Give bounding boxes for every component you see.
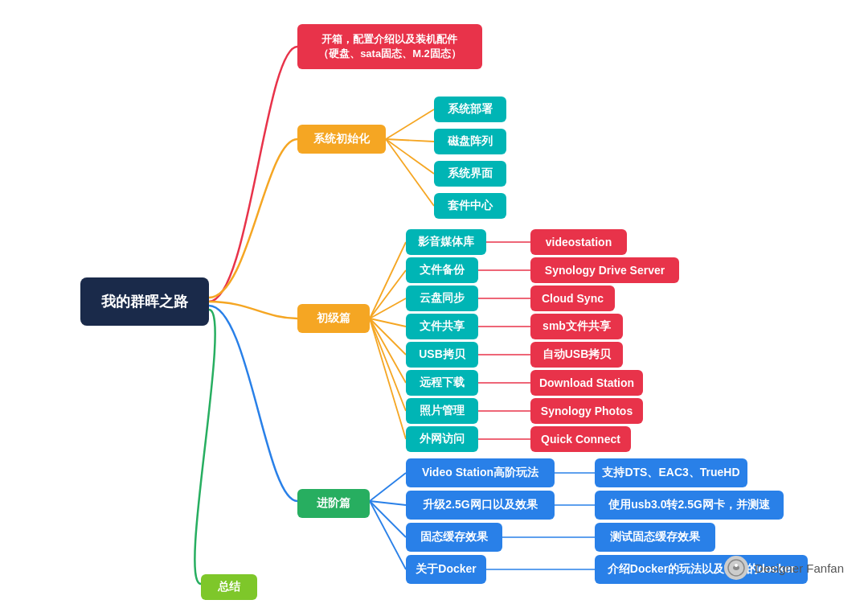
videostation-node: videostation <box>530 229 627 255</box>
synology-drive-node: Synology Drive Server <box>530 257 679 283</box>
net-upgrade-node: 升级2.5G网口以及效果 <box>406 491 555 520</box>
summary-node: 总结 <box>201 574 257 600</box>
disk-array-node: 磁盘阵列 <box>434 129 506 154</box>
svg-line-4 <box>370 242 406 318</box>
svg-point-29 <box>735 564 738 567</box>
svg-line-8 <box>370 318 406 355</box>
sys-init-node: 系统初始化 <box>297 125 386 154</box>
svg-line-6 <box>370 298 406 318</box>
svg-line-0 <box>386 109 434 139</box>
sys-ui-node: 系统界面 <box>434 161 506 187</box>
diagram-container: 我的群晖之路 开箱，配置介绍以及装机配件（硬盘、sata固态、M.2固态） 系统… <box>0 0 868 604</box>
media-lib-node: 影音媒体库 <box>406 229 486 255</box>
root-node: 我的群晖之路 <box>80 277 209 326</box>
firmware-cache-node: 固态缓存效果 <box>406 523 502 552</box>
advanced-node: 进阶篇 <box>297 489 370 518</box>
photo-mgr-node: 照片管理 <box>406 398 478 424</box>
svg-line-21 <box>370 501 406 505</box>
sys-deploy-node: 系统部署 <box>434 97 506 122</box>
smb-share-node: smb文件共享 <box>530 314 623 339</box>
watermark: Designer Fanfan <box>724 556 844 580</box>
download-station-node: Download Station <box>530 370 643 396</box>
svg-line-9 <box>370 318 406 383</box>
svg-line-5 <box>370 270 406 318</box>
svg-line-3 <box>386 139 434 206</box>
file-backup-node: 文件备份 <box>406 257 478 283</box>
usb-copy-node: USB拷贝 <box>406 342 478 368</box>
synology-photos-node: Synology Photos <box>530 398 643 424</box>
remote-dl-node: 远程下载 <box>406 370 478 396</box>
quick-connect-node: Quick Connect <box>530 426 631 452</box>
file-share-node: 文件共享 <box>406 314 478 339</box>
video-adv-detail-node: 支持DTS、EAC3、TrueHD <box>595 458 747 487</box>
svg-line-2 <box>386 139 434 174</box>
net-upgrade-detail-node: 使用usb3.0转2.5G网卡，并测速 <box>595 491 784 520</box>
watermark-icon <box>724 556 748 580</box>
ext-access-node: 外网访问 <box>406 426 478 452</box>
top-red-node: 开箱，配置介绍以及装机配件（硬盘、sata固态、M.2固态） <box>297 24 482 69</box>
docker-node: 关于Docker <box>406 555 486 584</box>
firmware-detail-node: 测试固态缓存效果 <box>595 523 715 552</box>
svg-line-1 <box>386 139 434 142</box>
auto-usb-node: 自动USB拷贝 <box>530 342 623 368</box>
cloud-sync-item-node: Cloud Sync <box>530 286 615 311</box>
suite-center-node: 套件中心 <box>434 193 506 219</box>
cloud-sync-node: 云盘同步 <box>406 286 478 311</box>
beginner-node: 初级篇 <box>297 304 370 333</box>
svg-line-20 <box>370 473 406 501</box>
watermark-text: Designer Fanfan <box>755 561 844 575</box>
svg-line-22 <box>370 501 406 537</box>
svg-line-10 <box>370 318 406 411</box>
svg-line-7 <box>370 318 406 327</box>
svg-line-23 <box>370 501 406 569</box>
video-adv-node: Video Station高阶玩法 <box>406 458 555 487</box>
svg-line-11 <box>370 318 406 439</box>
